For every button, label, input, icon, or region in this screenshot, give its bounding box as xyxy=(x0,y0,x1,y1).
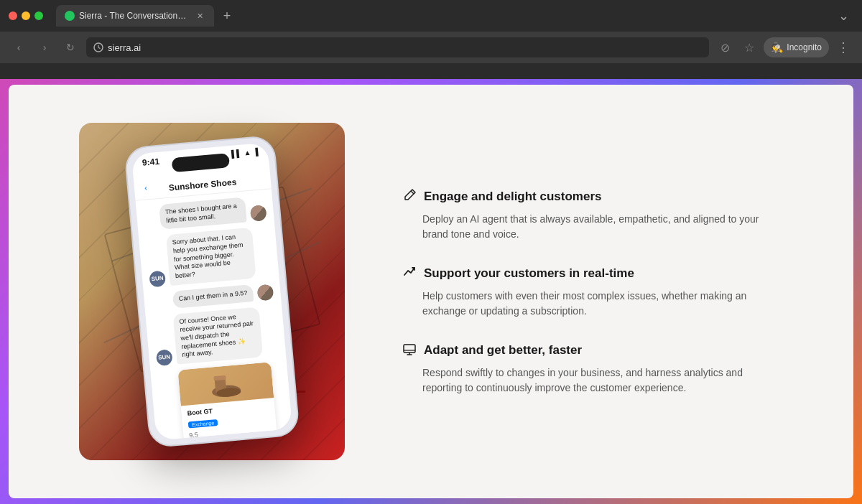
product-card: Boot GT Exchange 9.5 xyxy=(177,362,277,440)
cast-icon[interactable]: ⊘ xyxy=(715,37,735,57)
maximize-button[interactable] xyxy=(34,11,43,20)
tab-bar: Sierra - The Conversational A ✕ + xyxy=(56,5,237,27)
minimize-button[interactable] xyxy=(22,11,30,20)
feature-header-3: Adapt and get better, faster xyxy=(402,342,783,360)
bookmark-icon[interactable]: ☆ xyxy=(739,37,759,57)
address-bar[interactable]: sierra.ai xyxy=(86,37,709,57)
tab-title: Sierra - The Conversational A xyxy=(79,11,190,21)
user-avatar-2 xyxy=(256,284,274,301)
status-time: 9:41 xyxy=(142,157,159,168)
page-content: 9:41 ▌▌ ▲ ▐ ‹ Sunshore Shoes xyxy=(9,85,853,498)
new-tab-button[interactable]: + xyxy=(217,6,237,26)
feature-title-2: Support your customers in real-time xyxy=(424,266,634,281)
bot-message-2: Of course! Once we receive your returned… xyxy=(173,307,264,365)
signal-icon: ▌▌ xyxy=(231,149,242,158)
user-message-1: The shoes I bought are a little bit too … xyxy=(159,197,247,230)
product-tag: Exchange xyxy=(188,419,218,429)
toolbar-actions: ⊘ ☆ 🕵 Incognito ⋮ xyxy=(715,37,853,57)
feature-icon-1 xyxy=(402,188,417,206)
chat-messages: The shoes I bought are a little bit too … xyxy=(136,189,292,440)
chat-back-button[interactable]: ‹ xyxy=(144,183,148,192)
browser-chrome: Sierra - The Conversational A ✕ + ⌄ ‹ › … xyxy=(0,0,862,79)
feature-item-3: Adapt and get better, faster Respond swi… xyxy=(402,342,783,396)
feature-title-1: Engage and delight customers xyxy=(424,189,602,205)
battery-icon: ▐ xyxy=(253,148,259,157)
product-name: Boot GT xyxy=(187,403,269,417)
feature-desc-3: Respond swiftly to changes in your busin… xyxy=(402,365,783,396)
refresh-button[interactable]: ↻ xyxy=(60,37,80,57)
message-row-2: SUN Sorry about that. I can help you exc… xyxy=(146,226,272,287)
feature-header-1: Engage and delight customers xyxy=(402,188,783,206)
url-text: sierra.ai xyxy=(108,42,141,53)
active-tab[interactable]: Sierra - The Conversational A ✕ xyxy=(56,5,214,27)
feature-header-2: Support your customers in real-time xyxy=(402,265,783,283)
window-controls: ⌄ xyxy=(833,8,853,24)
phone-screen: 9:41 ▌▌ ▲ ▐ ‹ Sunshore Shoes xyxy=(131,142,292,440)
feature-item-1: Engage and delight customers Deploy an A… xyxy=(402,188,783,242)
incognito-label: Incognito xyxy=(787,42,822,52)
feature-title-3: Adapt and get better, faster xyxy=(424,342,582,358)
incognito-icon: 🕵 xyxy=(771,42,783,53)
bot-avatar-2: SUN xyxy=(156,349,173,366)
features-section: Engage and delight customers Deploy an A… xyxy=(402,188,783,396)
user-avatar-image-2 xyxy=(256,284,274,301)
incognito-button[interactable]: 🕵 Incognito xyxy=(764,37,829,57)
user-message-2: Can I get them in a 9.5? xyxy=(172,284,254,308)
status-icons: ▌▌ ▲ ▐ xyxy=(231,148,259,158)
user-avatar-1 xyxy=(250,205,267,222)
product-info: Boot GT Exchange 9.5 xyxy=(181,398,277,441)
back-button[interactable]: ‹ xyxy=(9,37,29,57)
bot-message-1: Sorry about that. I can help you exchang… xyxy=(166,228,256,286)
page-inner: 9:41 ▌▌ ▲ ▐ ‹ Sunshore Shoes xyxy=(36,94,826,489)
message-row-3: Can I get them in a 9.5? xyxy=(151,282,274,309)
traffic-lights xyxy=(9,11,43,20)
menu-button[interactable]: ⋮ xyxy=(833,37,853,57)
feature-desc-2: Help customers with even their most comp… xyxy=(402,289,783,319)
message-row-1: The shoes I bought are a little bit too … xyxy=(143,195,267,231)
bot-avatar-1: SUN xyxy=(149,270,166,287)
forward-button[interactable]: › xyxy=(34,37,55,57)
chat-name: Sunshore Shoes xyxy=(168,177,237,192)
browser-toolbar: ‹ › ↻ sierra.ai ⊘ ☆ 🕵 Incognito ⋮ xyxy=(0,32,862,63)
site-favicon xyxy=(93,42,103,52)
tab-close-icon[interactable]: ✕ xyxy=(194,10,205,22)
feature-icon-3 xyxy=(402,342,417,360)
svg-rect-5 xyxy=(404,345,415,353)
wifi-icon: ▲ xyxy=(244,149,251,157)
browser-titlebar: Sierra - The Conversational A ✕ + ⌄ xyxy=(0,0,862,32)
feature-desc-1: Deploy an AI agent that is always availa… xyxy=(402,212,783,242)
message-row-4: SUN Of course! Once we receive your retu… xyxy=(153,305,279,366)
phone-device: 9:41 ▌▌ ▲ ▐ ‹ Sunshore Shoes xyxy=(124,135,300,449)
feature-item-2: Support your customers in real-time Help… xyxy=(402,265,783,319)
phone-mockup: 9:41 ▌▌ ▲ ▐ ‹ Sunshore Shoes xyxy=(79,123,345,460)
feature-icon-2 xyxy=(402,265,417,283)
close-button[interactable] xyxy=(9,11,17,20)
user-avatar-image xyxy=(250,205,267,222)
tab-favicon xyxy=(65,11,75,21)
